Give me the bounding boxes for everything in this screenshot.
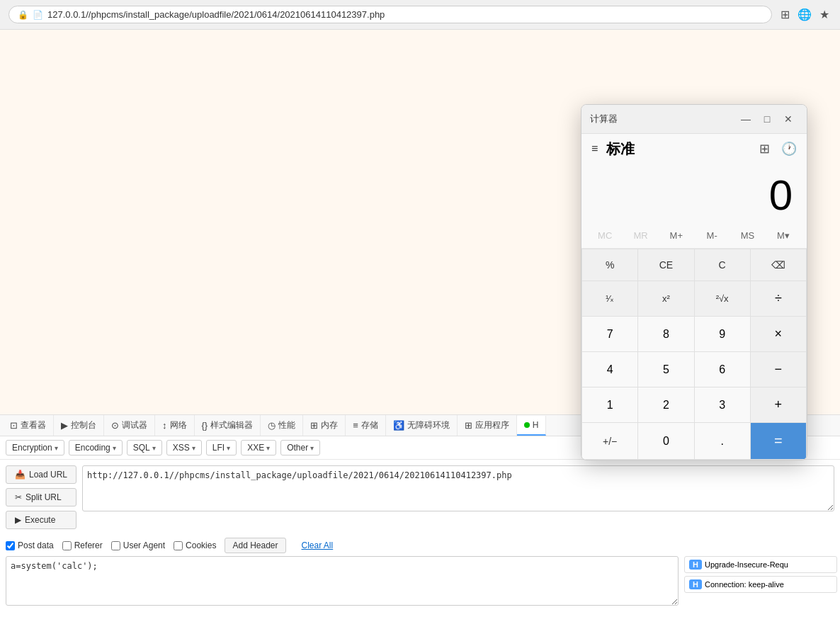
referer-input[interactable] [62, 541, 72, 550]
referer-checkbox[interactable]: Referer [62, 540, 103, 550]
calc-6-button[interactable]: 6 [695, 352, 750, 387]
network-icon: ↕ [162, 420, 167, 431]
split-url-button[interactable]: ✂ Split URL [6, 488, 76, 506]
calc-grid: % CE C ⌫ ¹⁄ₓ x² ²√x ÷ 7 8 9 × 4 5 6 − 1 … [581, 249, 807, 460]
encryption-dropdown[interactable]: Encryption [6, 440, 64, 455]
tab-storage[interactable]: ≡ 存储 [346, 415, 386, 436]
calc-minimize-button[interactable]: — [736, 109, 756, 129]
memory-icon: ⊞ [310, 420, 318, 431]
calc-menu-icon[interactable]: ≡ [589, 140, 601, 158]
inspector-icon: ⊡ [10, 420, 18, 431]
xxe-dropdown[interactable]: XXE [241, 440, 276, 455]
calc-divide-button[interactable]: ÷ [751, 281, 806, 316]
calc-mc-button[interactable]: MC [587, 226, 623, 245]
calc-close-button[interactable]: ✕ [778, 109, 798, 129]
address-bar[interactable]: 🔒 📄 127.0.0.1//phpcms/install_package/up… [8, 6, 772, 23]
tab-console-label: 控制台 [71, 419, 96, 431]
calc-mode-icon[interactable]: ⊞ [756, 138, 773, 159]
clear-all-button[interactable]: Clear All [295, 538, 341, 553]
execute-button[interactable]: ▶ Execute [6, 511, 76, 529]
add-header-button[interactable]: Add Header [225, 538, 285, 553]
calc-header: ≡ 标准 ⊞ 🕐 [581, 134, 807, 164]
calc-mplus-button[interactable]: M+ [659, 226, 694, 245]
header-badge-2: H [689, 579, 702, 589]
encoding-dropdown[interactable]: Encoding [69, 440, 123, 455]
calc-c-button[interactable]: C [695, 249, 750, 281]
headers-panel: H Upgrade-Insecure-Requ H Connection: ke… [684, 556, 840, 611]
execute-icon: ▶ [15, 515, 21, 525]
calc-2-button[interactable]: 2 [638, 387, 693, 422]
tab-memory[interactable]: ⊞ 内存 [303, 415, 346, 436]
tab-accessibility[interactable]: ♿ 无障碍环境 [386, 415, 458, 436]
post-data-textarea[interactable]: a=system('calc'); [6, 556, 679, 606]
calc-win-buttons: — □ ✕ [736, 109, 798, 129]
load-url-label: Load URL [29, 470, 67, 480]
active-dot-icon [524, 422, 530, 428]
post-data-checkbox[interactable]: Post data [6, 540, 54, 550]
calc-titlebar: 计算器 — □ ✕ [581, 105, 807, 134]
split-url-label: Split URL [25, 492, 62, 502]
browser-bar: 🔒 📄 127.0.0.1//phpcms/install_package/up… [0, 0, 840, 30]
cookies-label: Cookies [186, 540, 216, 550]
calc-decimal-button[interactable]: . [695, 423, 750, 459]
calc-8-button[interactable]: 8 [638, 317, 693, 351]
calc-multiply-button[interactable]: × [751, 317, 806, 351]
calculator-window: 计算器 — □ ✕ ≡ 标准 ⊞ 🕐 0 MC MR M+ M- MS M▾ % [581, 104, 807, 460]
tab-app[interactable]: ⊞ 应用程序 [458, 415, 517, 436]
user-agent-input[interactable] [111, 541, 120, 550]
tab-network[interactable]: ↕ 网络 [155, 415, 195, 436]
calc-ms-button[interactable]: MS [730, 226, 765, 245]
calc-reciprocal-button[interactable]: ¹⁄ₓ [582, 281, 637, 316]
calc-0-button[interactable]: 0 [638, 423, 693, 459]
calc-7-button[interactable]: 7 [582, 317, 637, 351]
post-data-input[interactable] [6, 541, 15, 550]
load-url-button[interactable]: 📥 Load URL [6, 465, 76, 484]
calc-title: 计算器 [590, 113, 618, 125]
other-dropdown[interactable]: Other [280, 440, 320, 455]
calc-ce-button[interactable]: CE [638, 249, 693, 281]
console-icon: ▶ [61, 420, 68, 431]
tab-inspector[interactable]: ⊡ 查看器 [3, 415, 54, 436]
user-agent-checkbox[interactable]: User Agent [111, 540, 165, 550]
calc-percent-button[interactable]: % [582, 249, 637, 281]
tab-active[interactable]: H [517, 416, 547, 436]
lfi-dropdown[interactable]: LFI [206, 440, 237, 455]
calc-history-icon[interactable]: 🕐 [778, 138, 800, 159]
calc-display: 0 [581, 164, 807, 223]
calc-sqrt-button[interactable]: ²√x [695, 281, 750, 316]
extensions-icon[interactable]: ⊞ [778, 8, 792, 22]
calc-backspace-button[interactable]: ⌫ [751, 249, 806, 281]
calc-square-button[interactable]: x² [638, 281, 693, 316]
style-icon: {} [202, 420, 208, 431]
cookies-checkbox[interactable]: Cookies [174, 540, 216, 550]
app-icon: ⊞ [465, 420, 472, 431]
calc-4-button[interactable]: 4 [582, 352, 637, 387]
tab-console[interactable]: ▶ 控制台 [54, 415, 104, 436]
calc-3-button[interactable]: 3 [695, 387, 750, 422]
calc-mminus-button[interactable]: M- [694, 226, 730, 245]
calc-mmore-button[interactable]: M▾ [766, 226, 801, 245]
calc-9-button[interactable]: 9 [695, 317, 750, 351]
calc-add-button[interactable]: + [751, 387, 806, 422]
tab-perf[interactable]: ◷ 性能 [261, 415, 303, 436]
url-input[interactable]: http://127.0.0.1//phpcms/install_package… [82, 465, 834, 511]
tab-inspector-label: 查看器 [21, 419, 46, 431]
bookmark-icon[interactable]: ★ [817, 8, 832, 22]
calc-maximize-button[interactable]: □ [757, 109, 777, 129]
calc-negate-button[interactable]: +/− [582, 423, 637, 459]
calc-equals-button[interactable]: = [751, 423, 806, 459]
calc-5-button[interactable]: 5 [638, 352, 693, 387]
calc-mr-button[interactable]: MR [623, 226, 658, 245]
sql-dropdown[interactable]: SQL [127, 440, 162, 455]
execute-label: Execute [25, 515, 55, 525]
cookies-input[interactable] [174, 541, 183, 550]
header-value-1: Upgrade-Insecure-Requ [705, 560, 788, 569]
tab-debugger[interactable]: ⊙ 调试器 [104, 415, 155, 436]
calc-subtract-button[interactable]: − [751, 352, 806, 387]
calc-1-button[interactable]: 1 [582, 387, 637, 422]
header-row-1: H Upgrade-Insecure-Requ [684, 556, 837, 573]
tab-network-label: 网络 [170, 419, 187, 431]
xss-dropdown[interactable]: XSS [166, 440, 202, 455]
translate-icon[interactable]: 🌐 [798, 8, 812, 22]
tab-style[interactable]: {} 样式编辑器 [195, 415, 261, 436]
